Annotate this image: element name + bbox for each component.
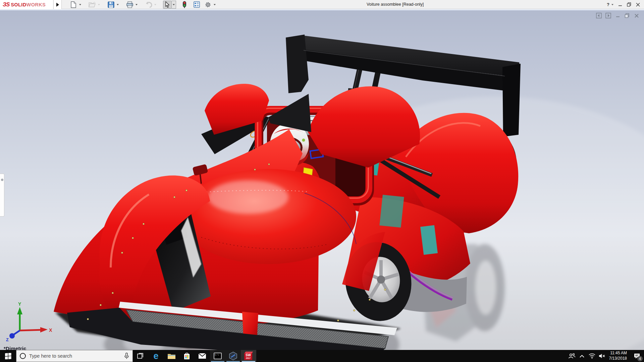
collapse-left-pane-button[interactable] <box>596 13 602 18</box>
windows-taskbar: Type here to search e C:\ SW2017 <box>0 350 644 362</box>
windows-logo-icon <box>5 353 11 359</box>
restore-icon <box>627 2 631 7</box>
select-tool-button[interactable] <box>163 1 172 9</box>
brand-works-text: WORKS <box>26 2 46 7</box>
taskbar-item-store[interactable] <box>179 350 195 362</box>
file-report-button[interactable] <box>192 1 201 9</box>
close-button[interactable] <box>636 3 640 7</box>
doc-minimize-button[interactable] <box>615 13 621 18</box>
view-indicator-button[interactable] <box>180 1 189 9</box>
file-report-icon <box>194 1 200 8</box>
new-document-icon <box>70 1 76 8</box>
car-model[interactable] <box>54 35 521 350</box>
taskbar-item-solidworks[interactable]: SW2017 <box>241 350 256 362</box>
edrawings-icon <box>229 352 237 360</box>
solidworks-2017-icon: SW2017 <box>244 352 253 360</box>
undo-button[interactable] <box>144 1 153 9</box>
save-icon <box>108 1 114 8</box>
taskbar-search-input[interactable]: Type here to search <box>16 350 133 362</box>
open-icon <box>89 2 96 8</box>
volume-button[interactable] <box>597 350 607 362</box>
chevron-up-icon <box>580 355 584 358</box>
select-cursor-icon <box>165 1 170 8</box>
help-dropdown-icon[interactable] <box>611 4 613 5</box>
doc-close-button[interactable] <box>634 13 639 18</box>
doc-minimize-icon <box>615 13 620 18</box>
new-document-dropdown[interactable] <box>78 1 82 9</box>
gear-icon <box>205 1 211 8</box>
people-button[interactable] <box>567 350 577 362</box>
taskbar-item-mail[interactable] <box>195 350 210 362</box>
microphone-icon[interactable] <box>124 353 129 359</box>
edge-icon: e <box>153 352 158 361</box>
taskbar-item-edrawings[interactable] <box>225 350 241 362</box>
flyout-arrow-icon <box>56 3 59 7</box>
pane-handle-icon <box>1 179 3 181</box>
triad-z-label: Z <box>6 337 9 341</box>
traffic-light-icon <box>182 1 186 8</box>
document-window-controls <box>596 13 639 18</box>
quick-access-toolbar <box>69 0 222 9</box>
clock-time: 11:45 AM <box>609 351 627 356</box>
title-bar: ЗS SOLIDWORKS <box>0 0 644 9</box>
orientation-triad: Y X Z <box>5 301 55 341</box>
brand-solid-text: SOLID <box>11 2 26 7</box>
print-icon <box>126 1 133 8</box>
graphics-area[interactable]: Y X Z *Dimetric <box>0 9 644 350</box>
file-explorer-icon <box>167 353 176 359</box>
solidworks-logo: ЗS SOLIDWORKS <box>0 0 53 9</box>
triad-y-label: Y <box>18 301 21 307</box>
cortana-icon <box>20 353 26 359</box>
taskbar-item-command-prompt[interactable]: C:\ <box>210 350 225 362</box>
save-button[interactable] <box>107 1 115 9</box>
minimize-button[interactable] <box>618 3 622 7</box>
store-icon <box>183 352 190 360</box>
search-placeholder: Type here to search <box>29 353 121 359</box>
wifi-icon <box>589 353 595 359</box>
doc-close-icon <box>634 13 639 18</box>
doc-restore-icon <box>625 13 630 18</box>
start-button[interactable] <box>0 350 16 362</box>
print-dropdown[interactable] <box>134 1 139 9</box>
collapse-right-pane-button[interactable] <box>605 13 611 18</box>
solidworks-window: ЗS SOLIDWORKS <box>0 0 644 362</box>
new-document-button[interactable] <box>69 1 78 9</box>
pane-left-icon <box>596 13 602 18</box>
feature-manager-collapsed-tab[interactable] <box>0 174 4 217</box>
close-icon <box>636 3 640 7</box>
help-button[interactable]: ? <box>607 2 609 7</box>
doc-restore-button[interactable] <box>624 13 630 18</box>
window-title: Voiture assomblee [Read-only] <box>367 2 424 7</box>
minimize-icon <box>618 3 622 7</box>
open-button[interactable] <box>88 1 97 9</box>
taskbar-item-file-explorer[interactable] <box>164 350 179 362</box>
undo-dropdown[interactable] <box>153 1 157 9</box>
people-icon <box>568 353 576 359</box>
triad-x-label: X <box>49 327 52 333</box>
ds-logo-icon: ЗS <box>3 1 9 8</box>
volume-muted-icon <box>599 353 605 359</box>
restore-button[interactable] <box>627 2 631 7</box>
network-button[interactable] <box>587 350 597 362</box>
undo-icon <box>145 2 152 8</box>
print-button[interactable] <box>125 1 134 9</box>
select-tool-dropdown[interactable] <box>172 1 176 9</box>
options-button[interactable] <box>204 1 212 9</box>
taskbar-clock[interactable]: 11:45 AM 7/13/2018 <box>607 351 630 361</box>
task-view-button[interactable] <box>133 350 148 362</box>
action-center-button[interactable]: 4 <box>630 350 644 362</box>
menu-flyout-button[interactable] <box>53 0 62 9</box>
system-tray: 11:45 AM 7/13/2018 4 <box>567 350 644 362</box>
notification-badge: 4 <box>637 356 643 361</box>
clock-date: 7/13/2018 <box>609 356 627 361</box>
task-view-icon <box>137 353 144 359</box>
tray-overflow-button[interactable] <box>577 350 587 362</box>
scene-3d <box>0 9 644 350</box>
taskbar-item-edge[interactable]: e <box>148 350 164 362</box>
pane-right-icon <box>605 13 611 18</box>
mail-icon <box>198 353 206 359</box>
command-prompt-icon: C:\ <box>214 353 222 359</box>
options-dropdown[interactable] <box>212 1 217 9</box>
save-dropdown[interactable] <box>115 1 120 9</box>
open-dropdown[interactable] <box>97 1 101 9</box>
